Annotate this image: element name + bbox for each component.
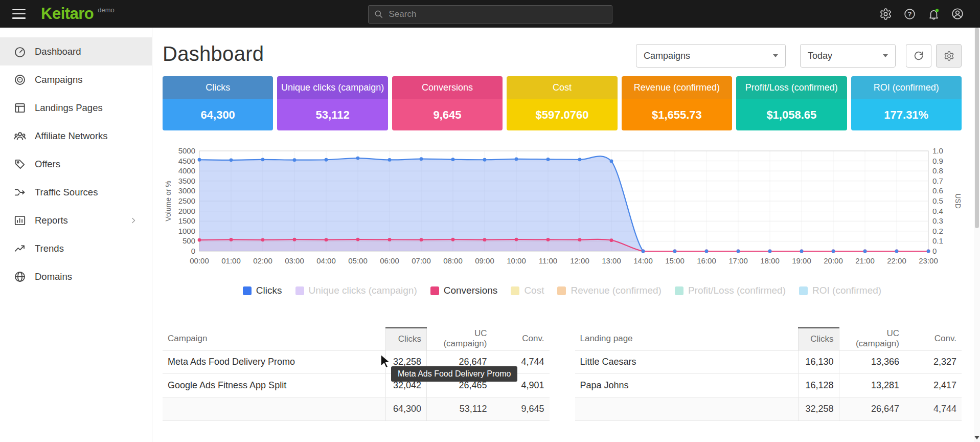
search-icon: [374, 9, 384, 19]
total-clicks-cell: 64,300: [386, 397, 427, 421]
stat-card-cost[interactable]: Cost$597.0760: [507, 76, 617, 130]
dashboard-settings-button[interactable]: [936, 44, 962, 68]
grouping-select[interactable]: Campaigns: [636, 44, 786, 68]
svg-text:500: 500: [183, 236, 195, 245]
user-avatar-icon[interactable]: [950, 7, 965, 21]
stat-card-clicks[interactable]: Clicks64,300: [163, 76, 273, 130]
scrollbar[interactable]: [974, 28, 980, 442]
stat-card-label: Cost: [507, 76, 617, 99]
row-name-cell[interactable]: Little Caesars: [575, 350, 799, 374]
hamburger-menu-icon[interactable]: [12, 9, 26, 19]
sidebar-item-domains[interactable]: Domains: [0, 262, 152, 291]
settings-gear-icon[interactable]: [878, 7, 893, 21]
date-range-select[interactable]: Today: [800, 44, 896, 68]
sidebar-item-landings-pages[interactable]: Landings Pages: [0, 94, 152, 122]
stat-card-revenue-confirmed[interactable]: Revenue (confirmed)$1,655.73: [622, 76, 732, 130]
svg-text:19:00: 19:00: [792, 256, 811, 265]
chevron-down-icon: [883, 54, 888, 57]
column-header-conv[interactable]: Conv.: [492, 328, 550, 350]
total-uc-cell: 26,647: [839, 397, 904, 421]
table-row[interactable]: Little Caesars16,13013,3662,327: [575, 350, 962, 374]
column-header-campaign[interactable]: Campaign: [163, 328, 386, 350]
svg-text:3500: 3500: [178, 176, 195, 185]
sidebar: DashboardCampaignsLandings PagesAffiliat…: [0, 28, 152, 442]
total-empty-cell: [575, 397, 799, 421]
svg-text:5000: 5000: [178, 147, 195, 155]
column-header-clicks[interactable]: Clicks: [798, 328, 839, 350]
traffic-chart[interactable]: 0500100015002000250030003500400045005000…: [163, 147, 962, 270]
logo-demo-badge: demo: [98, 6, 115, 14]
svg-text:1000: 1000: [178, 227, 195, 235]
legend-swatch: [511, 286, 519, 295]
row-name-cell[interactable]: Meta Ads Food Delivery Promo: [163, 350, 386, 374]
sidebar-item-traffic-sources[interactable]: Traffic Sources: [0, 178, 152, 206]
sidebar-item-affiliate-networks[interactable]: Affiliate Networks: [0, 122, 152, 150]
svg-text:4500: 4500: [178, 157, 195, 165]
sidebar-item-offers[interactable]: Offers: [0, 150, 152, 178]
conv-cell: 2,417: [904, 374, 962, 397]
table-total-row: 32,25826,6474,744: [575, 397, 962, 421]
total-conv-cell: 4,744: [904, 397, 962, 421]
row-name-cell[interactable]: Google Ads Fitness App Split: [163, 374, 386, 397]
logo[interactable]: Keitaro demo: [41, 5, 115, 23]
svg-text:20:00: 20:00: [824, 256, 843, 265]
stat-card-label: Conversions: [392, 76, 503, 99]
trends-icon: [13, 242, 27, 255]
column-header-uc[interactable]: UC (campaign): [427, 328, 492, 350]
stat-card-unique-clicks-campaign[interactable]: Unique clicks (campaign)53,112: [277, 76, 388, 130]
svg-text:3000: 3000: [178, 186, 195, 195]
sidebar-item-dashboard[interactable]: Dashboard: [0, 37, 152, 65]
svg-text:01:00: 01:00: [221, 256, 241, 265]
stat-card-profit-loss-confirmed[interactable]: Profit/Loss (confirmed)$1,058.65: [736, 76, 847, 130]
sidebar-item-label: Dashboard: [35, 46, 81, 57]
sidebar-item-campaigns[interactable]: Campaigns: [0, 65, 152, 94]
stat-card-label: ROI (confirmed): [851, 76, 962, 99]
svg-text:15:00: 15:00: [665, 256, 685, 265]
legend-item-cost[interactable]: Cost: [511, 285, 544, 296]
stat-card-conversions[interactable]: Conversions9,645: [392, 76, 503, 130]
legend-item-conversions[interactable]: Conversions: [430, 285, 498, 296]
column-header-conv[interactable]: Conv.: [904, 328, 962, 350]
table-row[interactable]: Papa Johns16,12813,2812,417: [575, 374, 962, 397]
date-range-value: Today: [808, 51, 832, 61]
chevron-right-icon: [128, 215, 139, 226]
sidebar-item-label: Trends: [35, 243, 64, 254]
sidebar-item-label: Reports: [35, 215, 68, 226]
sidebar-item-label: Offers: [35, 159, 60, 170]
search-input[interactable]: [384, 9, 612, 19]
page-header: Dashboard Campaigns Today: [163, 40, 962, 76]
legend-label: Profit/Loss (confirmed): [688, 285, 786, 296]
stat-cards-row: Clicks64,300Unique clicks (campaign)53,1…: [163, 76, 962, 130]
help-icon[interactable]: ?: [902, 7, 917, 21]
svg-text:0.3: 0.3: [932, 216, 943, 225]
legend-label: Revenue (confirmed): [571, 285, 661, 296]
legend-item-unique-clicks-campaign[interactable]: Unique clicks (campaign): [295, 285, 417, 296]
scrollbar-thumb[interactable]: [975, 28, 979, 228]
scroll-down-icon[interactable]: [974, 436, 979, 439]
row-name-cell[interactable]: Papa Johns: [575, 374, 799, 397]
svg-text:USD: USD: [954, 193, 962, 209]
column-header-clicks[interactable]: Clicks: [386, 328, 427, 350]
refresh-button[interactable]: [906, 44, 931, 68]
svg-text:1.0: 1.0: [932, 147, 943, 155]
stat-card-value: $597.0760: [507, 99, 617, 130]
stat-card-roi-confirmed[interactable]: ROI (confirmed)177.31%: [851, 76, 962, 130]
main-content: Dashboard Campaigns Today Clicks64,300Un…: [152, 28, 974, 442]
traffic-chart-svg: 0500100015002000250030003500400045005000…: [163, 147, 962, 270]
notifications-bell-icon[interactable]: [926, 7, 941, 21]
column-header-uc[interactable]: UC (campaign): [839, 328, 904, 350]
legend-item-revenue-confirmed[interactable]: Revenue (confirmed): [557, 285, 661, 296]
svg-text:0: 0: [932, 247, 937, 255]
search-box[interactable]: [368, 5, 612, 24]
legend-item-profit-loss-confirmed[interactable]: Profit/Loss (confirmed): [675, 285, 786, 296]
sidebar-item-trends[interactable]: Trends: [0, 234, 152, 262]
legend-item-clicks[interactable]: Clicks: [243, 285, 282, 296]
stat-card-value: 177.31%: [851, 99, 962, 130]
sidebar-item-reports[interactable]: Reports: [0, 206, 152, 234]
uc-cell: 13,281: [839, 374, 904, 397]
affiliates-icon: [13, 129, 27, 143]
legend-swatch: [430, 286, 439, 295]
total-clicks-cell: 32,258: [798, 397, 839, 421]
column-header-landing-page[interactable]: Landing page: [575, 328, 799, 350]
legend-item-roi-confirmed[interactable]: ROI (confirmed): [799, 285, 881, 296]
